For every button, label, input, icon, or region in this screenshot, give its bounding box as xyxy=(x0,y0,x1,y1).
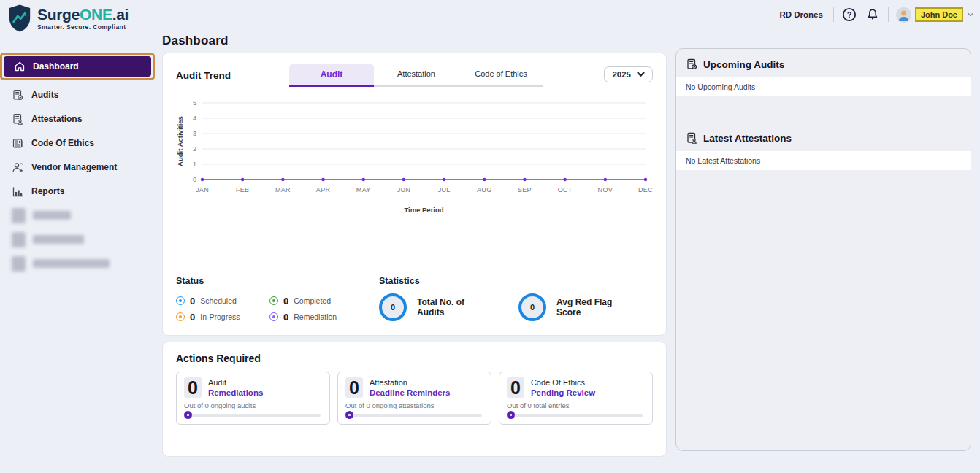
progress-knob xyxy=(507,411,515,419)
redacted-icon xyxy=(12,208,26,223)
org-name: RD Drones xyxy=(779,10,822,19)
attestation-document-icon xyxy=(12,113,24,126)
svg-text:APR: APR xyxy=(316,186,331,193)
sidebar-item-vendor-management[interactable]: Vendor Management xyxy=(1,158,153,177)
audit-trend-chart: 012345JANFEBMARAPRMAYJUNJULAUGSEPOCTNOVD… xyxy=(176,96,654,216)
svg-text:SEP: SEP xyxy=(518,186,532,193)
progress-track xyxy=(508,414,643,417)
actions-required-card: Actions Required 0 Audit Remediations Ou… xyxy=(162,342,667,457)
action-progress xyxy=(345,411,483,419)
actions-required-title: Actions Required xyxy=(176,353,653,364)
sidebar-item-redacted-3[interactable] xyxy=(1,254,153,273)
action-card-audit-remediations[interactable]: 0 Audit Remediations Out of 0 ongoing au… xyxy=(176,372,330,425)
status-value: 0 xyxy=(190,296,195,307)
sidebar-item-redacted-2[interactable] xyxy=(1,230,153,249)
status-dot-icon xyxy=(176,296,185,305)
status-title: Status xyxy=(176,276,379,286)
brand-logo[interactable]: SurgeONE.ai Smarter. Secure. Compliant xyxy=(7,4,129,33)
redacted-icon xyxy=(12,232,26,247)
action-category: Code Of Ethics xyxy=(531,378,595,388)
action-count: 0 xyxy=(345,377,363,398)
active-item-highlight-box: Dashboard xyxy=(0,53,155,80)
latest-attestations-header: Latest Attestations xyxy=(676,123,971,151)
trend-tabs: Audit Attestation Code of Ethics xyxy=(289,64,543,87)
upcoming-audits-title: Upcoming Audits xyxy=(703,59,784,70)
divider xyxy=(888,7,889,22)
statistics-title: Statistics xyxy=(379,276,653,286)
status-in-progress: 0 In-Progress xyxy=(176,309,269,324)
status-dot-icon xyxy=(269,312,278,321)
page-title: Dashboard xyxy=(162,34,667,48)
svg-text:5: 5 xyxy=(193,99,196,107)
tab-code-of-ethics[interactable]: Code of Ethics xyxy=(459,64,543,87)
sidebar-item-code-of-ethics[interactable]: Code Of Ethics xyxy=(1,134,153,153)
svg-text:1: 1 xyxy=(193,161,196,168)
status-label: Scheduled xyxy=(200,296,237,305)
status-statistics-row: Status 0 Scheduled 0 In-Progress xyxy=(176,266,653,324)
top-bar: SurgeONE.ai Smarter. Secure. Compliant R… xyxy=(0,0,980,32)
redacted-label xyxy=(33,259,110,268)
user-avatar xyxy=(896,7,911,23)
chevron-down-icon xyxy=(967,11,974,18)
svg-text:JUL: JUL xyxy=(438,186,451,193)
action-card-ethics-pending-review[interactable]: 0 Code Of Ethics Pending Review Out of 0… xyxy=(499,372,653,425)
ethics-newspaper-icon xyxy=(12,137,24,150)
svg-text:JAN: JAN xyxy=(196,186,209,193)
action-category: Audit xyxy=(208,378,263,388)
action-cards-row: 0 Audit Remediations Out of 0 ongoing au… xyxy=(176,372,653,425)
status-label: Completed xyxy=(294,296,331,305)
home-icon xyxy=(14,61,26,72)
sidebar-item-dashboard[interactable]: Dashboard xyxy=(4,56,151,77)
progress-knob xyxy=(184,411,192,419)
status-dot-icon xyxy=(269,296,278,305)
audit-document-icon xyxy=(686,58,698,71)
sidebar-item-attestations[interactable]: Attestations xyxy=(1,109,153,128)
svg-text:NOV: NOV xyxy=(598,186,613,193)
statistics-row: 0 Total No. of Audits 0 Avg Red Flag Sco… xyxy=(379,293,653,321)
sidebar-item-audits[interactable]: Audits xyxy=(1,85,153,104)
user-menu[interactable]: John Doe xyxy=(896,7,974,23)
sidebar-item-label: Dashboard xyxy=(33,61,79,72)
status-scheduled: 0 Scheduled xyxy=(176,293,269,308)
notifications-bell-icon[interactable] xyxy=(865,7,881,23)
year-select[interactable]: 2025 xyxy=(604,66,653,82)
svg-text:4: 4 xyxy=(193,115,196,122)
avg-red-flag-ring: 0 xyxy=(518,293,546,321)
top-actions: RD Drones ? John Doe xyxy=(779,4,974,23)
sidebar: Dashboard Audits Attestations Code Of Et… xyxy=(0,32,155,278)
surgeone-dashboard-page: SurgeONE.ai Smarter. Secure. Compliant R… xyxy=(0,0,980,473)
progress-track xyxy=(185,414,321,417)
help-icon[interactable]: ? xyxy=(841,7,857,23)
right-panel: Upcoming Audits No Upcoming Audits Lates… xyxy=(675,48,971,451)
sidebar-item-label: Reports xyxy=(31,186,64,196)
status-value: 0 xyxy=(283,296,288,307)
panel-spacer xyxy=(676,96,971,123)
svg-text:2: 2 xyxy=(193,145,196,153)
sidebar-item-redacted-1[interactable] xyxy=(1,206,153,225)
svg-text:0: 0 xyxy=(193,176,196,183)
audit-trend-card: Audit Trend Audit Attestation Code of Et… xyxy=(162,53,667,336)
svg-text:FEB: FEB xyxy=(236,186,249,193)
audit-trend-title: Audit Trend xyxy=(176,70,231,87)
sidebar-item-label: Vendor Management xyxy=(31,162,117,172)
progress-track xyxy=(347,414,482,417)
action-card-attestation-deadlines[interactable]: 0 Attestation Deadline Reminders Out of … xyxy=(337,372,491,425)
action-type: Remediations xyxy=(208,388,263,399)
chart-area: 012345JANFEBMARAPRMAYJUNJULAUGSEPOCTNOVD… xyxy=(176,96,653,216)
tab-audit[interactable]: Audit xyxy=(289,64,374,87)
svg-text:AUG: AUG xyxy=(477,186,491,193)
action-progress xyxy=(507,411,645,419)
attestation-document-icon xyxy=(686,132,698,145)
sidebar-item-reports[interactable]: Reports xyxy=(1,182,153,201)
action-category: Attestation xyxy=(370,378,451,388)
svg-text:MAR: MAR xyxy=(275,186,291,193)
chevron-down-icon xyxy=(637,72,645,77)
svg-text:3: 3 xyxy=(193,130,196,137)
action-caption: Out of 0 total entries xyxy=(507,401,645,409)
status-value: 0 xyxy=(283,312,288,323)
svg-text:Time Period: Time Period xyxy=(404,206,443,214)
status-completed: 0 Completed xyxy=(269,293,372,308)
bar-chart-icon xyxy=(12,185,24,198)
action-caption: Out of 0 ongoing attestations xyxy=(345,401,483,409)
tab-attestation[interactable]: Attestation xyxy=(374,64,459,87)
